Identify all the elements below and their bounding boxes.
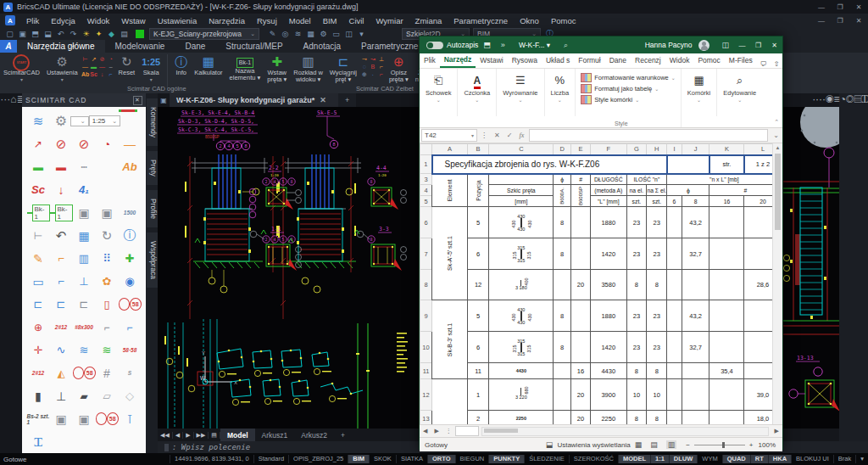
toolbar-icon[interactable]: ◫: [342, 30, 355, 38]
palette-icon[interactable]: [119, 109, 137, 112]
wstaw-preta-button[interactable]: ✚ Wstawpręta ▾: [264, 53, 290, 83]
scroll-right-icon[interactable]: ▶: [771, 428, 782, 434]
rozklad-button[interactable]: ▥ Rozkład wwidoku ▾: [290, 53, 326, 83]
excel-tab[interactable]: Widok: [665, 54, 694, 67]
palette-icon[interactable]: ⌐: [119, 316, 142, 339]
layout-tab[interactable]: Model: [220, 429, 255, 441]
table-row[interactable]: 12 1 680 3 220 20 3900 10 10 39,0: [420, 379, 782, 411]
status-toggle[interactable]: Brak: [833, 455, 855, 463]
status-toggle[interactable]: QUAD: [722, 455, 750, 463]
document-tab[interactable]: W-K-F.Z06- Słupy kondygnacji garażu* ✕: [170, 93, 338, 107]
toolbar-icon[interactable]: ▢: [3, 30, 16, 38]
table-row[interactable]: 10 6 315 315315 315 8 1420 23 23 32,7: [420, 332, 782, 363]
palette-icon[interactable]: ∿: [50, 339, 73, 361]
palette-icon[interactable]: [119, 178, 142, 201]
toolbar-icon[interactable]: ☀: [80, 30, 92, 38]
palette-icon[interactable]: 2#12: [27, 361, 50, 384]
more-commands-icon[interactable]: »: [501, 41, 505, 49]
palette-icon[interactable]: ⊘: [50, 132, 73, 155]
palette-icon[interactable]: ⊥: [73, 270, 96, 293]
prev-sheet-icon[interactable]: ◀: [420, 428, 431, 434]
rail-icon[interactable]: ◉: [826, 93, 834, 105]
display-settings-label[interactable]: Ustawienia wyświetlania: [557, 441, 630, 449]
toolbar-icon[interactable]: ✦: [92, 30, 105, 38]
palette-icon[interactable]: ↓: [50, 178, 73, 201]
palette-icon[interactable]: 1500: [119, 201, 142, 224]
excel-close-button[interactable]: ✕: [766, 42, 782, 49]
palette-icon[interactable]: ▣: [50, 407, 73, 430]
excel-tab[interactable]: Układ s: [542, 54, 574, 67]
scroll-up-icon[interactable]: ▲: [773, 143, 782, 153]
palette-icon[interactable]: ▦: [73, 224, 96, 247]
excel-tab[interactable]: Formuł: [574, 54, 604, 67]
palette-icon[interactable]: ✎: [27, 247, 50, 270]
ribbon-display-icon[interactable]: ◫: [721, 41, 729, 49]
excel-minimize-button[interactable]: —: [734, 42, 750, 49]
hscroll-thumb[interactable]: [484, 429, 518, 433]
palette-icon[interactable]: ⠿: [96, 247, 119, 270]
zoom-out-button[interactable]: −: [686, 441, 690, 449]
scimitarcad-button[interactable]: START ScimitarCAD▾: [0, 53, 43, 83]
collapse-ribbon-icon[interactable]: ⌃: [774, 119, 779, 126]
strip-icon[interactable]: ⌂: [10, 93, 16, 105]
palette-icon[interactable]: ✛: [27, 339, 50, 361]
toolbar-icon[interactable]: ⚙: [317, 30, 330, 38]
page-break-icon[interactable]: ▥: [666, 440, 677, 449]
layout-tab[interactable]: +: [334, 429, 352, 441]
ustawienia-button[interactable]: ⚙ Ustawienia▾: [43, 53, 81, 83]
share-icon[interactable]: ⇧: [774, 60, 780, 68]
format-as-table-button[interactable]: Formatuj jako tabelę⌄: [581, 83, 676, 94]
palette-icon[interactable]: ⊺: [119, 407, 142, 430]
palette-icon[interactable]: 58·58: [119, 339, 142, 361]
palette-icon[interactable]: ⓘ: [119, 224, 142, 247]
doc-restore-button[interactable]: ❐: [831, 17, 849, 25]
opisz-preta-button[interactable]: ⊕ Opiszpręta ▾: [386, 53, 412, 83]
enter-icon[interactable]: ✓: [507, 132, 513, 139]
menu-item[interactable]: Okno: [514, 16, 545, 25]
palette-icon[interactable]: ▣: [96, 201, 119, 224]
next-tab-icon[interactable]: ▶: [183, 432, 193, 439]
palette-icon[interactable]: ≋: [73, 339, 96, 361]
nazwa-elementu-button[interactable]: Bk-1 Nazwaelementu ▾: [226, 53, 264, 81]
palette-icon[interactable]: S: [119, 361, 142, 384]
palette-icon[interactable]: 2#12: [50, 316, 73, 339]
menu-item[interactable]: Pomoc: [545, 16, 582, 25]
palette-icon[interactable]: ◭: [50, 361, 73, 384]
comment-icon[interactable]: 🗩: [760, 60, 767, 68]
palette-icon[interactable]: 1:25: [73, 109, 119, 132]
status-toggle[interactable]: DLUW: [669, 455, 698, 463]
last-tab-icon[interactable]: ▶▶: [194, 432, 209, 439]
layer-combo[interactable]: K-EJG_Sciany-przekrojowa⌄: [149, 28, 259, 40]
autosave-toggle[interactable]: [426, 42, 443, 49]
status-toggle[interactable]: SZEROKOŚĆ: [569, 455, 618, 463]
palette-icon[interactable]: ▯: [96, 293, 119, 316]
palette-icon[interactable]: ◔: [96, 132, 119, 155]
horizontal-scrollbar[interactable]: [481, 427, 769, 436]
toolbar-icon[interactable]: ◎: [279, 30, 292, 38]
user-name[interactable]: Hanna Pacyno: [645, 41, 693, 49]
cell-styles-button[interactable]: Style komórki⌄: [581, 94, 676, 105]
formula-input[interactable]: [529, 129, 768, 142]
status-toggle[interactable]: ŚLEDZENIE: [524, 455, 569, 463]
palette-icon[interactable]: ⌐: [50, 270, 73, 293]
palette-icon[interactable]: ⊘: [73, 132, 96, 155]
palette-icon[interactable]: 58: [119, 293, 142, 316]
palette-icon[interactable]: ▭: [27, 270, 50, 293]
toolbar-icon[interactable]: ◆: [105, 30, 118, 38]
palette-icon[interactable]: [96, 430, 119, 453]
doc-close-button[interactable]: ✕: [849, 17, 868, 25]
reset-button[interactable]: ↻ Reset: [115, 53, 139, 76]
table-row[interactable]: 1 Specyfikacja zbrojenia do rys. W-K-F.Z…: [420, 155, 782, 174]
status-toggle[interactable]: 14491.9696, 8139.3431, 0: [170, 455, 253, 463]
scrollbar-thumb[interactable]: [775, 154, 781, 230]
palette-icon[interactable]: ▮: [27, 384, 50, 407]
liczba-group[interactable]: % Liczba⌄: [545, 69, 576, 116]
toolbar-icon[interactable]: ✎: [266, 30, 279, 38]
table-row[interactable]: 3 Element Pozycja ϕ # DŁUGOŚĆ ILOŚĆ "n" …: [420, 174, 782, 185]
palette-icon[interactable]: Bk-1: [27, 201, 50, 224]
excel-tab[interactable]: Rysowa: [508, 54, 542, 67]
toolbar-icon[interactable]: ▭: [330, 30, 342, 38]
color-chip[interactable]: [136, 30, 144, 38]
menu-item[interactable]: Model: [283, 16, 317, 25]
excel-tab[interactable]: Narzędz: [440, 53, 476, 68]
